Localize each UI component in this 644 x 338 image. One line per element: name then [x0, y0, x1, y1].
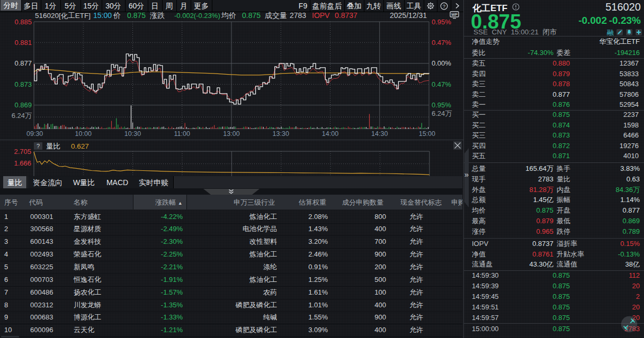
svg-text:0.95%: 0.95%	[432, 18, 451, 26]
svg-text:10:00: 10:00	[75, 130, 92, 138]
svg-text:09:30: 09:30	[26, 130, 43, 138]
svg-text:0.869: 0.869	[14, 101, 32, 109]
svg-text:0.47%: 0.47%	[432, 39, 451, 47]
svg-text:?: ?	[442, 3, 445, 9]
svg-text:量比: 量比	[46, 142, 60, 150]
svg-text:0.881: 0.881	[14, 39, 32, 47]
svg-text:13:30: 13:30	[273, 130, 289, 138]
svg-text:14:00: 14:00	[322, 130, 338, 138]
svg-text:10:30: 10:30	[124, 130, 141, 138]
svg-text:0.877: 0.877	[14, 59, 32, 67]
svg-text:0.47%: 0.47%	[432, 80, 451, 88]
svg-text:15:00: 15:00	[419, 130, 435, 138]
svg-text:1.666: 1.666	[14, 159, 31, 167]
svg-text:6.24万: 6.24万	[432, 109, 452, 117]
svg-text:6.24万: 6.24万	[12, 112, 32, 120]
svg-text:0.885: 0.885	[14, 18, 32, 26]
svg-text:0.627: 0.627	[71, 142, 89, 150]
svg-text:14:30: 14:30	[371, 130, 388, 138]
svg-text:2.705: 2.705	[14, 148, 31, 156]
svg-text:?: ?	[37, 143, 40, 149]
svg-text:»: »	[464, 170, 469, 179]
svg-text:0.00%: 0.00%	[432, 59, 451, 67]
svg-text:13:00: 13:00	[223, 130, 239, 138]
svg-text:0.873: 0.873	[14, 80, 32, 88]
svg-text:0.95%: 0.95%	[432, 101, 451, 109]
svg-text:11:00: 11:00	[174, 130, 190, 138]
